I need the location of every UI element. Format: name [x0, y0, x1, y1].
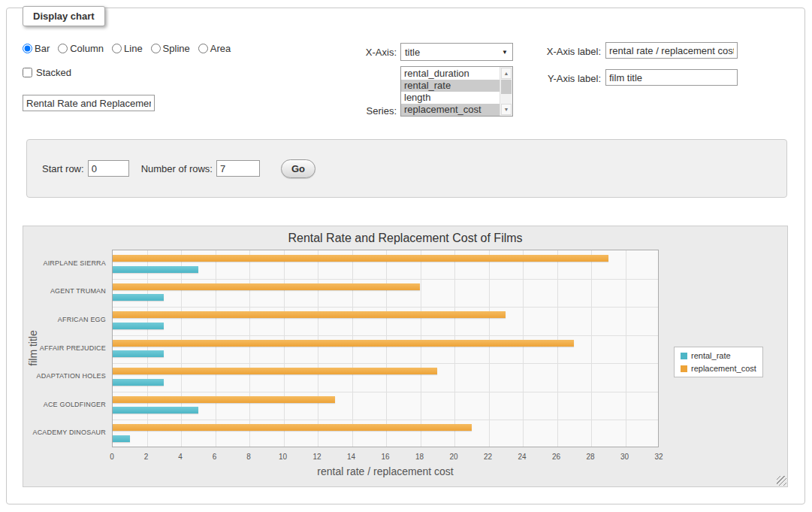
chart-legend: rental_ratereplacement_cost [674, 347, 763, 377]
x-tick-label: 8 [237, 453, 260, 461]
chart-title: Rental Rate and Replacement Cost of Film… [23, 232, 787, 245]
x-tick-label: 10 [272, 453, 294, 461]
x-axis-label-field-label: X-Axis label: [524, 46, 601, 57]
chart-type-option-area[interactable]: Area [198, 43, 231, 54]
x-tick-label: 16 [374, 453, 397, 461]
bar-replacement_cost [113, 396, 335, 403]
vertical-gridline [626, 250, 626, 447]
x-tick-label: 28 [579, 453, 602, 461]
vertical-gridline [284, 250, 285, 447]
y-axis-label-field-label: Y-Axis label: [524, 73, 601, 84]
x-tick-label: 18 [409, 453, 431, 461]
vertical-gridline [181, 250, 182, 447]
resize-handle-icon[interactable] [777, 476, 786, 486]
x-tick-label: 2 [135, 453, 158, 461]
x-tick-label: 22 [477, 453, 500, 461]
stacked-checkbox[interactable] [23, 68, 32, 77]
number-of-rows-input[interactable] [216, 160, 260, 177]
go-button[interactable]: Go [281, 159, 315, 178]
bar-replacement_cost [113, 311, 506, 318]
chart-type-radio-line[interactable] [112, 44, 122, 53]
legend-swatch-icon [681, 353, 687, 359]
x-axis-label-input[interactable] [605, 42, 738, 59]
x-tick-label: 24 [511, 453, 533, 461]
chart-type-option-spline[interactable]: Spline [151, 43, 190, 54]
series-listbox[interactable]: rental_durationrental_ratelengthreplacem… [400, 66, 513, 117]
series-option-rental_rate[interactable]: rental_rate [401, 80, 500, 92]
x-axis-title: rental rate / replacement cost [112, 465, 659, 477]
legend-item-replacement_cost[interactable]: replacement_cost [681, 364, 756, 373]
chart-type-radio-area[interactable] [198, 44, 208, 53]
series-option-length[interactable]: length [401, 92, 500, 104]
chart-title-input[interactable] [23, 95, 155, 111]
x-tick-label: 4 [169, 453, 192, 461]
stacked-label: Stacked [36, 67, 71, 78]
category-label: AFFAIR PREJUDICE [23, 344, 106, 352]
chart-type-option-bar[interactable]: Bar [23, 43, 50, 54]
vertical-gridline [421, 250, 421, 447]
vertical-gridline [489, 250, 490, 447]
chart-type-label-area: Area [210, 43, 231, 54]
x-tick-label: 0 [101, 453, 123, 461]
series-scrollbar[interactable]: ▲ ▼ [500, 67, 512, 116]
vertical-gridline [523, 250, 524, 447]
horizontal-gridline [113, 363, 658, 364]
scrollbar-thumb[interactable] [501, 80, 512, 94]
x-tick-label: 30 [614, 453, 636, 461]
horizontal-gridline [113, 279, 658, 280]
legend-label: rental_rate [691, 351, 731, 360]
x-axis-select[interactable]: title ▼ [400, 43, 513, 61]
chart-type-radio-spline[interactable] [151, 44, 161, 53]
bar-rental_rate [113, 266, 198, 273]
vertical-gridline [454, 250, 455, 447]
chart-type-option-line[interactable]: Line [112, 43, 143, 54]
horizontal-gridline [113, 335, 658, 336]
vertical-gridline [216, 250, 216, 447]
legend-swatch-icon [681, 365, 687, 372]
vertical-gridline [557, 250, 558, 447]
chart-type-radio-bar[interactable] [23, 44, 32, 53]
x-tick-label: 6 [204, 453, 226, 461]
start-row-input[interactable] [88, 160, 129, 177]
horizontal-gridline [113, 392, 658, 392]
chart-type-radio-group: BarColumnLineSplineArea [23, 43, 231, 54]
chart-type-option-column[interactable]: Column [58, 43, 104, 54]
category-label: AGENT TRUMAN [23, 287, 106, 295]
series-option-rental_duration[interactable]: rental_duration [401, 68, 500, 80]
chart-type-label-column: Column [70, 43, 104, 54]
stacked-checkbox-row[interactable]: Stacked [23, 67, 71, 78]
x-tick-label: 26 [545, 453, 568, 461]
chart-type-label-bar: Bar [35, 43, 50, 54]
chart-panel: Rental Rate and Replacement Cost of Film… [23, 226, 788, 487]
vertical-gridline [591, 250, 592, 447]
series-options: rental_durationrental_ratelengthreplacem… [401, 68, 500, 116]
chart-type-label-line: Line [124, 43, 143, 54]
chart-plot-area [112, 250, 659, 447]
vertical-gridline [386, 250, 387, 447]
horizontal-gridline [113, 307, 658, 308]
chart-type-radio-column[interactable] [58, 44, 68, 53]
x-tick-label: 20 [442, 453, 465, 461]
vertical-gridline [249, 250, 250, 447]
scroll-down-icon[interactable]: ▼ [501, 104, 512, 115]
category-label: ACE GOLDFINGER [23, 401, 106, 408]
bar-rental_rate [113, 350, 164, 357]
bar-rental_rate [113, 435, 130, 442]
y-axis-label-input[interactable] [605, 69, 738, 86]
legend-item-rental_rate[interactable]: rental_rate [681, 351, 756, 360]
fieldset-legend: Display chart [23, 6, 105, 26]
horizontal-gridline [113, 420, 658, 420]
bar-rental_rate [113, 294, 164, 301]
rows-panel: Start row: Number of rows: Go [26, 139, 787, 198]
bar-replacement_cost [113, 424, 472, 431]
bar-rental_rate [113, 407, 198, 414]
x-axis-field-label: X-Axis: [340, 47, 397, 58]
series-option-replacement_cost[interactable]: replacement_cost [401, 104, 500, 116]
bar-replacement_cost [113, 340, 574, 347]
bar-replacement_cost [113, 283, 420, 290]
legend-label: replacement_cost [691, 364, 756, 373]
category-label: ADAPTATION HOLES [23, 372, 106, 380]
vertical-gridline [352, 250, 353, 447]
vertical-gridline [147, 250, 148, 447]
scroll-up-icon[interactable]: ▲ [501, 68, 512, 79]
